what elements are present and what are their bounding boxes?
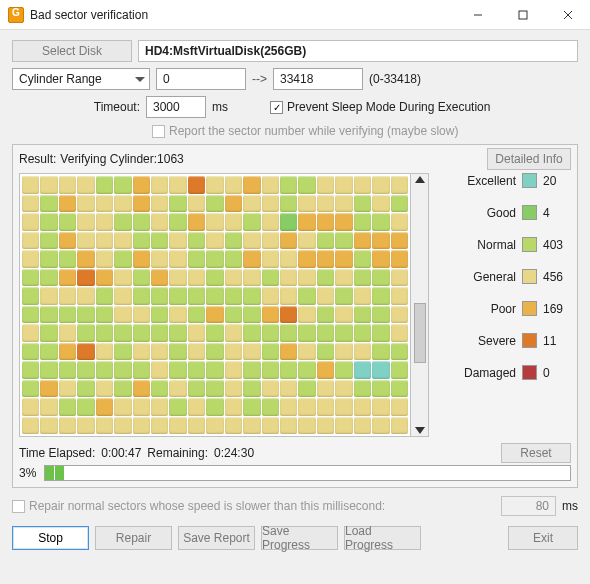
sector-cell (40, 176, 57, 194)
sector-cell (298, 380, 315, 398)
sector-cell (280, 361, 297, 379)
sector-cell (335, 232, 352, 250)
sector-cell (114, 287, 131, 305)
range-from-input[interactable]: 0 (156, 68, 246, 90)
sector-cell (77, 398, 94, 416)
sector-cell (169, 213, 186, 231)
sector-cell (391, 176, 408, 194)
sector-cell (280, 287, 297, 305)
sector-cell (280, 343, 297, 361)
sector-cell (206, 195, 223, 213)
maximize-button[interactable] (500, 0, 545, 30)
sector-cell (317, 417, 334, 435)
sector-cell (151, 398, 168, 416)
scroll-thumb[interactable] (414, 303, 426, 363)
sector-cell (206, 306, 223, 324)
sector-cell (169, 250, 186, 268)
sector-cell (40, 195, 57, 213)
sector-grid (19, 173, 411, 437)
sector-cell (354, 269, 371, 287)
sector-cell (114, 306, 131, 324)
sector-cell (225, 343, 242, 361)
sector-cell (169, 417, 186, 435)
sector-cell (114, 269, 131, 287)
range-arrow-label: --> (252, 72, 267, 86)
legend-count: 4 (543, 206, 571, 220)
sector-cell (354, 380, 371, 398)
sector-cell (391, 232, 408, 250)
sector-cell (280, 380, 297, 398)
sector-cell (317, 176, 334, 194)
stop-button[interactable]: Stop (12, 526, 89, 550)
sector-cell (96, 287, 113, 305)
sector-cell (188, 306, 205, 324)
exit-button[interactable]: Exit (508, 526, 578, 550)
sector-cell (206, 287, 223, 305)
range-to-input[interactable]: 33418 (273, 68, 363, 90)
app-icon (8, 7, 24, 23)
detailed-info-button[interactable]: Detailed Info (487, 148, 571, 170)
sector-cell (225, 232, 242, 250)
report-sector-checkbox[interactable]: Report the sector number while verifying… (152, 124, 458, 138)
report-sector-label: Report the sector number while verifying… (169, 124, 458, 138)
legend-name: Severe (456, 334, 516, 348)
sector-cell (114, 213, 131, 231)
sector-cell (77, 324, 94, 342)
range-mode-select[interactable]: Cylinder Range (12, 68, 150, 90)
save-progress-button[interactable]: Save Progress (261, 526, 338, 550)
sector-cell (133, 380, 150, 398)
repair-speed-checkbox[interactable]: Repair normal sectors whose speed is slo… (12, 499, 385, 513)
sector-cell (391, 250, 408, 268)
sector-cell (280, 250, 297, 268)
sector-cell (151, 287, 168, 305)
sector-cell (243, 232, 260, 250)
sector-cell (133, 269, 150, 287)
sector-cell (96, 343, 113, 361)
minimize-button[interactable] (455, 0, 500, 30)
sector-cell (243, 306, 260, 324)
sector-cell (298, 195, 315, 213)
sector-cell (262, 232, 279, 250)
scroll-down-icon[interactable] (415, 427, 425, 434)
timeout-input[interactable]: 3000 (146, 96, 206, 118)
sector-cell (22, 250, 39, 268)
sector-cell (77, 380, 94, 398)
load-progress-button[interactable]: Load Progress (344, 526, 421, 550)
prevent-sleep-checkbox[interactable]: ✓ Prevent Sleep Mode During Execution (270, 100, 490, 114)
sector-cell (114, 324, 131, 342)
grid-scrollbar[interactable] (411, 173, 429, 437)
sector-cell (133, 417, 150, 435)
close-button[interactable] (545, 0, 590, 30)
sector-cell (40, 380, 57, 398)
reset-button[interactable]: Reset (501, 443, 571, 463)
sector-cell (59, 306, 76, 324)
svg-rect-1 (519, 11, 527, 19)
legend-name: Normal (456, 238, 516, 252)
sector-cell (59, 361, 76, 379)
progress-percent: 3% (19, 466, 36, 480)
sector-cell (151, 213, 168, 231)
sector-cell (335, 324, 352, 342)
save-report-button[interactable]: Save Report (178, 526, 255, 550)
legend-name: General (456, 270, 516, 284)
range-hint-label: (0-33418) (369, 72, 421, 86)
sector-cell (354, 250, 371, 268)
select-disk-button[interactable]: Select Disk (12, 40, 132, 62)
sector-cell (335, 417, 352, 435)
sector-cell (298, 250, 315, 268)
sector-cell (262, 398, 279, 416)
sector-cell (262, 417, 279, 435)
sector-cell (206, 176, 223, 194)
sector-cell (298, 287, 315, 305)
sector-cell (151, 417, 168, 435)
sector-cell (22, 343, 39, 361)
legend-name: Poor (456, 302, 516, 316)
legend-swatch (522, 333, 537, 348)
window-title: Bad sector verification (30, 8, 455, 22)
sector-cell (59, 287, 76, 305)
sector-cell (114, 176, 131, 194)
legend-row-severe: Severe11 (441, 333, 571, 348)
legend-row-poor: Poor169 (441, 301, 571, 316)
scroll-up-icon[interactable] (415, 176, 425, 183)
repair-button[interactable]: Repair (95, 526, 172, 550)
